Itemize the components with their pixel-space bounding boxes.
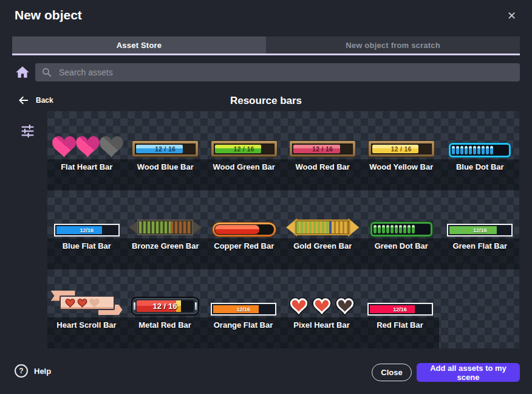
asset-card-wood-yellow-bar[interactable]: 12 / 16 Wood Yellow Bar	[362, 111, 441, 190]
asset-card-blue-dot-bar[interactable]: Blue Dot Bar	[441, 111, 520, 190]
dialog-title: New object	[15, 8, 82, 22]
asset-card-bronze-green-bar[interactable]: Bronze Green Bar	[126, 190, 205, 269]
asset-thumbnail	[284, 190, 363, 238]
asset-card-metal-red-bar[interactable]: 12 / 16 Metal Red Bar	[126, 269, 204, 348]
close-icon[interactable]: ✕	[507, 10, 516, 21]
asset-card-copper-red-bar[interactable]: Copper Red Bar	[205, 190, 284, 269]
asset-thumbnail: 12/16	[441, 190, 520, 238]
search-box	[35, 63, 520, 81]
back-label: Back	[36, 96, 53, 105]
asset-grid: Flat Heart Bar 12 / 16 Wood Blue Bar 12 …	[47, 111, 519, 348]
asset-card-heart-scroll-bar[interactable]: Heart Scroll Bar	[47, 269, 126, 348]
new-object-dialog: New object ✕ Asset StoreNew object from …	[0, 0, 532, 394]
asset-thumbnail	[441, 111, 520, 159]
asset-label: Metal Red Bar	[126, 317, 204, 348]
filter-icon	[19, 131, 36, 141]
search-icon	[41, 67, 52, 78]
asset-thumbnail: 12/16	[204, 269, 282, 317]
add-all-assets-button[interactable]: Add all assets to my scene	[417, 363, 520, 382]
asset-card-orange-flat-bar[interactable]: 12/16 Orange Flat Bar	[204, 269, 282, 348]
asset-thumbnail: 12/16	[361, 269, 439, 317]
asset-label: Orange Flat Bar	[204, 317, 282, 348]
asset-thumbnail	[47, 269, 126, 317]
asset-row-2: 12/16 Blue Flat Bar Bronze Green Bar Cop…	[47, 190, 519, 269]
asset-card-green-dot-bar[interactable]: Green Dot Bar	[362, 190, 441, 269]
asset-label: Heart Scroll Bar	[47, 317, 126, 348]
asset-label: Green Dot Bar	[362, 238, 441, 269]
asset-label: Flat Heart Bar	[47, 159, 126, 190]
asset-thumbnail	[362, 190, 441, 238]
asset-thumbnail: 12 / 16	[126, 269, 204, 317]
asset-card-pixel-heart-bar[interactable]: Pixel Heart Bar	[282, 269, 361, 348]
asset-thumbnail	[205, 190, 284, 238]
asset-thumbnail	[47, 111, 126, 159]
tab-bar: Asset StoreNew object from scratch	[12, 36, 520, 55]
asset-thumbnail	[126, 190, 205, 238]
asset-label: Blue Flat Bar	[47, 238, 126, 269]
asset-thumbnail: 12 / 16	[205, 111, 284, 159]
asset-row-1: Flat Heart Bar 12 / 16 Wood Blue Bar 12 …	[47, 111, 519, 190]
asset-label: Copper Red Bar	[205, 238, 284, 269]
asset-card-wood-green-bar[interactable]: 12 / 16 Wood Green Bar	[205, 111, 284, 190]
back-arrow-icon	[17, 95, 30, 106]
asset-thumbnail: 12 / 16	[126, 111, 205, 159]
category-heading: Resource bars	[0, 95, 532, 107]
asset-label: Wood Green Bar	[205, 159, 284, 190]
tab-new-object-from-scratch[interactable]: New object from scratch	[266, 36, 520, 54]
asset-card-gold-green-bar[interactable]: Gold Green Bar	[284, 190, 363, 269]
asset-label: Bronze Green Bar	[126, 238, 205, 269]
asset-label: Gold Green Bar	[284, 238, 363, 269]
asset-label: Blue Dot Bar	[441, 159, 520, 190]
asset-thumbnail: 12/16	[47, 190, 126, 238]
asset-card-red-flat-bar[interactable]: 12/16 Red Flat Bar	[361, 269, 439, 348]
tab-asset-store[interactable]: Asset Store	[12, 36, 266, 54]
back-button[interactable]: Back	[17, 95, 53, 106]
asset-card-wood-blue-bar[interactable]: 12 / 16 Wood Blue Bar	[126, 111, 205, 190]
asset-label: Green Flat Bar	[441, 238, 520, 269]
filter-button[interactable]	[19, 123, 36, 139]
asset-card-flat-heart-bar[interactable]: Flat Heart Bar	[47, 111, 126, 190]
help-button[interactable]: ? Help	[15, 364, 51, 378]
asset-label: Pixel Heart Bar	[282, 317, 361, 348]
home-icon	[15, 72, 30, 82]
asset-label: Red Flat Bar	[361, 317, 439, 348]
asset-label: Wood Red Bar	[284, 159, 363, 190]
asset-thumbnail	[282, 269, 361, 317]
asset-card-blue-flat-bar[interactable]: 12/16 Blue Flat Bar	[47, 190, 126, 269]
close-button[interactable]: Close	[372, 364, 412, 381]
help-icon: ?	[15, 364, 28, 378]
asset-card-green-flat-bar[interactable]: 12/16 Green Flat Bar	[441, 190, 520, 269]
home-button[interactable]	[15, 64, 30, 80]
asset-thumbnail: 12 / 16	[362, 111, 441, 159]
search-input[interactable]	[58, 67, 514, 78]
asset-thumbnail: 12 / 16	[284, 111, 363, 159]
help-label: Help	[34, 367, 51, 376]
asset-card-wood-red-bar[interactable]: 12 / 16 Wood Red Bar	[284, 111, 363, 190]
asset-label: Wood Yellow Bar	[362, 159, 441, 190]
asset-label: Wood Blue Bar	[126, 159, 205, 190]
asset-row-3: Heart Scroll Bar 12 / 16 Metal Red Bar 1…	[47, 269, 519, 348]
